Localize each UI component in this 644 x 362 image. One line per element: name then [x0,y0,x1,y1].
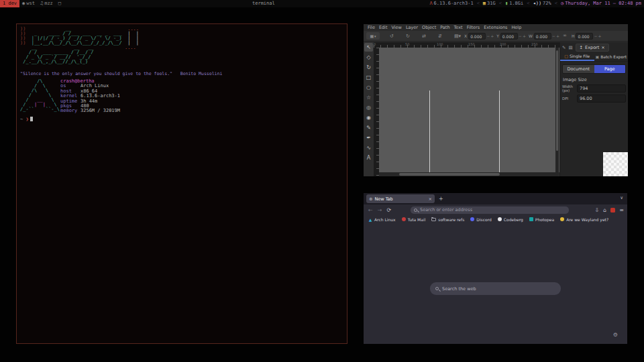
spin-field-y[interactable]: Y0.000−+ [496,33,526,40]
bookmark-item[interactable]: software refs [431,217,464,222]
memory-icon: ▮ [505,0,508,7]
url-bar[interactable]: Search or enter address [411,206,569,214]
tab-list-chevron-icon[interactable]: ∨ [620,195,623,200]
document-dock-icon[interactable]: ▤ [568,45,572,50]
bookmark-item[interactable]: Codeberg [498,217,523,222]
dpi-label: DPI [562,97,577,101]
bookmark-label: Tuta Mail [408,217,426,222]
workspace-tag[interactable]: ♫mzz [38,0,56,7]
selector-tool-icon[interactable]: ↖ [364,43,373,52]
spin-field-h[interactable]: H0.000−+ [572,33,602,40]
image-size-label: Image Size [563,77,628,82]
pencil-tool-icon[interactable]: ✎ [364,123,373,132]
inkscape-canvas[interactable] [379,48,570,172]
clock-icon: ◷ [561,0,564,7]
circle-icon: ◉ [22,0,25,7]
workspace-tag[interactable]: 1 dev [0,0,19,7]
spin-field-x[interactable]: X0.000−+ [464,33,494,40]
star-tool-icon[interactable]: ☆ [364,93,373,102]
export-subtab-batch[interactable]: ▣Batch Export [594,52,629,61]
tab-close-icon[interactable]: × [429,196,432,202]
flip-vertical-icon[interactable]: ⇵ [436,34,444,39]
ruler-vertical [374,48,379,176]
browser-window[interactable]: ⊕ New Tab × + ∨ ← → ⟳ Search or enter ad… [364,193,627,344]
arch-ascii-logo: /\ / \ /\ \ / \ / __ \ / | | \ /_-`` ``-… [20,79,60,114]
dpi-input[interactable]: 96.00 [577,95,626,103]
menu-object[interactable]: Object [420,25,438,30]
menu-hamburger-icon[interactable]: ≡ [619,207,624,213]
inkscape-menubar: FileEditViewLayerObjectPathTextFiltersEx… [364,24,628,31]
terminal-window[interactable]: )) __ .... )) _ ____ / /___ ___ __ _ ___… [16,23,347,344]
menu-help[interactable]: Help [509,25,523,30]
rotate-tool-icon[interactable]: ↻ [364,63,373,72]
search-icon [435,287,439,290]
ublock-extension-icon[interactable] [610,208,615,213]
status-separator: < [477,0,480,7]
calligraphy-tool-icon[interactable]: ∿ [364,143,373,152]
export-dialog-tab[interactable]: ↥Export× [576,44,609,52]
snap-dropdown-icon[interactable]: ▤▾ [453,34,462,39]
bookmark-item[interactable]: ▲Arch Linux [368,217,396,222]
back-button[interactable]: ← [368,207,373,213]
personalize-gear-icon[interactable]: ⚙ [613,332,618,338]
bookmark-item[interactable]: Are we Wayland yet? [560,217,608,222]
canvas-vscrollbar[interactable] [555,48,559,176]
browser-tab[interactable]: ⊕ New Tab × [366,194,435,203]
bookmark-item[interactable]: Photopea [529,217,554,222]
menu-layer[interactable]: Layer [404,25,420,30]
reload-button[interactable]: ⟳ [386,207,391,213]
workspace-tag[interactable]: ◉wst [19,0,38,7]
menu-text[interactable]: Text [452,25,465,30]
spin-field-w[interactable]: W0.000−+ [529,33,559,40]
status-segment: ▦31G [483,0,496,7]
menu-view[interactable]: View [389,25,403,30]
pen-tool-icon[interactable]: ✒ [364,133,373,142]
spiral-tool-icon[interactable]: ◎ [364,103,373,112]
menu-file[interactable]: File [366,25,377,30]
lock-ratio-icon[interactable]: ∞ [561,33,569,40]
rotate-cw-icon[interactable]: ↻ [404,34,412,39]
pencil-dock-icon[interactable]: ✎ [562,45,566,50]
home-icon[interactable]: ⌂ [603,207,606,213]
menu-extensions[interactable]: Extensions [482,25,509,30]
blob-tool-icon[interactable]: ◉ [364,113,373,122]
close-export-icon[interactable]: × [601,45,604,50]
status-separator: < [499,0,502,7]
text-tool-icon[interactable]: A [364,154,373,162]
bookmark-label: Discord [476,217,492,222]
ellipse-tool-icon[interactable]: ○ [364,83,373,92]
export-scope-document[interactable]: Document [563,65,594,73]
web-search-box[interactable]: Search the web [430,282,561,295]
bookmark-item[interactable]: Discord [470,217,492,222]
tag-label: mzz [44,0,53,7]
inkscape-window[interactable]: FileEditViewLayerObjectPathTextFiltersEx… [364,24,628,176]
export-scope-page[interactable]: Page [594,65,626,73]
canvas-hscrollbar[interactable] [379,172,555,176]
focused-window-title: terminal [252,0,275,7]
export-icon: ↥ [580,45,583,50]
menu-path[interactable]: Path [438,25,451,30]
tag-label: 1 dev [3,0,17,7]
forward-button[interactable]: → [378,207,382,213]
browser-navbar: ← → ⟳ Search or enter address ⇩ ⌂ ≡ [364,204,627,215]
status-text: 72% [543,0,551,7]
tab-title: New Tab [374,196,392,202]
flip-horizontal-icon[interactable]: ⇄ [420,34,428,39]
workspace-tag[interactable]: □ [56,0,64,7]
shell-prompt[interactable]: ~ ❯ [20,117,33,122]
url-placeholder: Search or enter address [420,207,472,213]
tool-preset-dropdown[interactable]: ▦▾ [366,32,380,40]
bookmark-label: Are we Wayland yet? [566,217,608,222]
node-editor-tool-icon[interactable]: ◇ [364,53,373,62]
bookmark-label: Photopea [535,217,554,222]
menu-filters[interactable]: Filters [465,25,482,30]
bookmark-item[interactable]: Tuta Mail [402,217,426,222]
status-separator: < [555,0,557,7]
new-tab-button[interactable]: + [439,196,443,202]
downloads-icon[interactable]: ⇩ [595,207,600,213]
rotate-ccw-icon[interactable]: ↺ [388,34,396,39]
rectangle-tool-icon[interactable]: □ [364,73,373,82]
menu-edit[interactable]: Edit [377,25,390,30]
export-subtab-single-file[interactable]: ▢Single File [560,52,594,61]
width-input[interactable]: 794 [577,84,626,93]
